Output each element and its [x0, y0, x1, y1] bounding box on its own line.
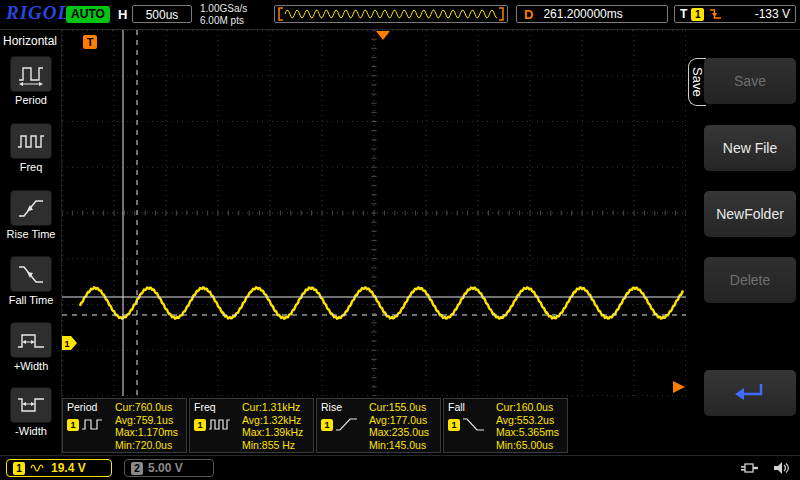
ch2-number-badge: 2	[131, 462, 143, 475]
ch1-status: 1 19.4 V	[6, 459, 112, 477]
rigol-logo: RIGOL	[6, 2, 70, 24]
measurement-avg: Avg:177.0us	[369, 414, 436, 427]
sample-rate: 1.00GSa/s	[200, 3, 247, 15]
falling-edge-icon	[708, 7, 723, 21]
svg-text:1: 1	[64, 339, 69, 349]
delay-readout: D 261.200000ms	[516, 5, 668, 23]
delay-value: 261.200000ms	[543, 7, 622, 21]
preview-right-bracket-icon	[499, 8, 503, 20]
measurement-cur: Cur:155.0us	[369, 401, 436, 414]
back-button[interactable]	[704, 370, 796, 416]
svg-text:T: T	[87, 36, 94, 48]
menu-item-plus-width[interactable]: +Width	[0, 322, 62, 372]
ch2-status: 2 5.00 V	[124, 459, 214, 477]
measurement-title: Rise	[321, 401, 369, 414]
fall-time-icon	[10, 256, 52, 292]
ch1-coupling-icon	[30, 463, 46, 473]
menu-item-label: Rise Time	[0, 228, 62, 240]
preview-left-bracket-icon	[279, 8, 283, 20]
ch1-number-badge: 1	[13, 462, 25, 475]
channel-status-bar: 1 19.4 V 2 5.00 V	[0, 455, 800, 480]
ch1-scale: 19.4 V	[51, 461, 86, 475]
measurement-panel-freq: Freq 1 Cur:1.31kHz Avg:1.32kHz Max:1.39k…	[189, 398, 314, 453]
scope-display: T 1	[62, 30, 686, 396]
trigger-source-badge: 1	[691, 8, 704, 21]
measurement-min: Min:145.0us	[369, 439, 436, 452]
acquisition-info: 1.00GSa/s 6.00M pts	[200, 3, 247, 27]
memory-depth: 6.00M pts	[200, 15, 247, 27]
trigger-position-marker[interactable]	[376, 31, 390, 40]
preview-wave	[285, 10, 497, 18]
period-icon	[10, 56, 52, 92]
channel-badge: 1	[194, 419, 206, 431]
menu-item-label: Period	[0, 94, 62, 106]
channel-badge: 1	[321, 419, 333, 431]
measurement-avg: Avg:553.2us	[496, 414, 563, 427]
horizontal-label: H	[118, 7, 127, 22]
menu-item-rise-time[interactable]: Rise Time	[0, 190, 62, 240]
measurement-min: Min:855 Hz	[242, 439, 309, 452]
save-button[interactable]: Save	[704, 58, 796, 104]
menu-item-label: Fall Time	[0, 294, 62, 306]
period-glyph-icon	[81, 417, 105, 432]
measurement-avg: Avg:759.1us	[115, 414, 182, 427]
center-axis-ticks	[62, 30, 686, 396]
ch1-level-marker[interactable]: 1	[62, 336, 77, 350]
measurement-cur: Cur:160.0us	[496, 401, 563, 414]
measurement-panel-period: Period 1 Cur:760.0us Avg:759.1us Max:1.1…	[62, 398, 187, 453]
measurement-max: Max:1.170ms	[115, 426, 182, 439]
rise-glyph-icon	[335, 417, 359, 432]
rise-time-icon	[10, 190, 52, 226]
plus-width-icon	[10, 322, 52, 358]
new-file-button[interactable]: New File	[704, 125, 796, 171]
menu-item-fall-time[interactable]: Fall Time	[0, 256, 62, 306]
ch1-waveform	[80, 287, 683, 318]
waveform-preview	[274, 5, 508, 23]
menu-item-freq[interactable]: Freq	[0, 123, 62, 173]
measurement-title: Period	[67, 401, 115, 414]
return-arrow-icon	[731, 380, 769, 406]
status-header: RIGOL AUTO H 500us 1.00GSa/s 6.00M pts D…	[0, 0, 800, 30]
delay-offscreen-marker	[673, 381, 685, 393]
new-folder-button[interactable]: NewFolder	[704, 191, 796, 237]
measurement-min: Min:720.0us	[115, 439, 182, 452]
new-folder-button-label: NewFolder	[716, 206, 784, 222]
menu-item-label: +Width	[0, 360, 62, 372]
delay-label: D	[524, 7, 533, 22]
left-measure-menu: Horizontal Period Freq Rise Time Fall Ti…	[0, 30, 62, 455]
freq-icon	[10, 123, 52, 159]
save-button-label: Save	[734, 73, 766, 89]
trigger-readout: T 1 -133 V	[674, 5, 796, 23]
menu-item-minus-width[interactable]: -Width	[0, 387, 62, 437]
oscilloscope-screen: RIGOL AUTO H 500us 1.00GSa/s 6.00M pts D…	[0, 0, 800, 480]
left-menu-title: Horizontal	[0, 30, 61, 48]
freq-glyph-icon	[208, 417, 232, 432]
measurement-max: Max:5.365ms	[496, 426, 563, 439]
trigger-label: T	[680, 7, 687, 21]
measurement-max: Max:1.39kHz	[242, 426, 309, 439]
graticule-area: T 1	[62, 30, 686, 396]
measurement-title: Freq	[194, 401, 242, 414]
measurement-min: Min:65.00us	[496, 439, 563, 452]
measurement-avg: Avg:1.32kHz	[242, 414, 309, 427]
menu-item-period[interactable]: Period	[0, 56, 62, 106]
waveform-preview-svg	[275, 6, 507, 22]
menu-item-label: -Width	[0, 425, 62, 437]
run-state-badge: AUTO	[66, 6, 110, 23]
delete-button[interactable]: Delete	[704, 257, 796, 303]
timebase-value: 500us	[132, 5, 192, 23]
usb-icon	[738, 460, 760, 476]
menu-item-label: Freq	[0, 161, 62, 173]
measurement-title: Fall	[448, 401, 496, 414]
trigger-corner-marker: T	[83, 35, 97, 49]
measurement-panel-fall: Fall 1 Cur:160.0us Avg:553.2us Max:5.365…	[443, 398, 568, 453]
measurement-max: Max:235.0us	[369, 426, 436, 439]
right-softkey-menu: Save Save New File NewFolder Delete	[686, 30, 800, 455]
measurement-cur: Cur:1.31kHz	[242, 401, 309, 414]
fall-glyph-icon	[462, 417, 486, 432]
new-file-button-label: New File	[723, 140, 777, 156]
trigger-level-value: -133 V	[755, 7, 790, 21]
ch2-scale: 5.00 V	[148, 461, 183, 475]
delete-button-label: Delete	[730, 272, 770, 288]
channel-badge: 1	[448, 419, 460, 431]
